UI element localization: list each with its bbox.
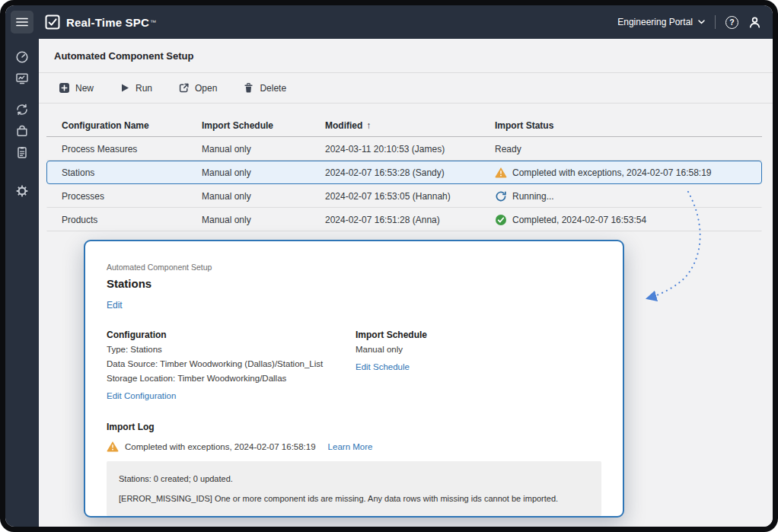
portal-label: Engineering Portal <box>617 17 693 27</box>
sidebar-item-storage[interactable] <box>5 120 39 142</box>
import-schedule: Manual only <box>202 191 325 202</box>
learn-more-link[interactable]: Learn More <box>328 442 373 451</box>
chart-monitor-icon <box>15 72 29 85</box>
screenshot-stage: Real-Time SPC ™ Engineering Portal ? <box>0 0 778 532</box>
modified: 2024-02-07 16:51:28 (Anna) <box>325 215 495 225</box>
user-icon <box>748 16 761 29</box>
modified: 2024-03-11 20:10:53 (James) <box>325 144 495 155</box>
menu-button[interactable] <box>11 11 33 33</box>
app-window: Real-Time SPC ™ Engineering Portal ? <box>5 5 773 527</box>
sort-ascending-icon: ↑ <box>366 120 371 131</box>
sidebar-item-settings[interactable] <box>5 180 39 202</box>
detail-title: Stations <box>107 277 601 290</box>
config-name: Processes <box>62 191 202 202</box>
run-label: Run <box>136 83 152 94</box>
portal-selector[interactable]: Engineering Portal <box>617 17 705 27</box>
new-button[interactable]: New <box>59 82 94 94</box>
gear-icon <box>15 184 29 198</box>
warning-icon <box>495 167 507 178</box>
import-schedule-heading: Import Schedule <box>356 330 427 340</box>
config-data-source: Data Source: Timber Woodworking (Dallas)… <box>107 358 356 369</box>
col-modified[interactable]: Modified↑ <box>325 120 495 131</box>
status-text: Completed with exceptions, 2024-02-07 16… <box>512 167 712 178</box>
import-status: Running... <box>495 190 761 202</box>
import-log-box: Stations: 0 created; 0 updated. [ERROR_M… <box>107 461 601 516</box>
page-title: Automated Component Setup <box>54 50 193 62</box>
log-line: Stations: 0 created; 0 updated. <box>119 474 589 483</box>
app-title: Real-Time SPC <box>66 16 149 29</box>
storage-icon <box>15 124 29 138</box>
col-configuration-name[interactable]: Configuration Name <box>62 120 202 131</box>
warning-icon <box>107 441 119 452</box>
import-schedule: Manual only <box>202 144 325 155</box>
config-type: Type: Stations <box>107 344 356 355</box>
configuration-section: Configuration Type: Stations Data Source… <box>107 330 356 402</box>
help-icon: ? <box>725 16 738 29</box>
status-text: Running... <box>512 191 554 202</box>
config-name: Stations <box>62 167 202 178</box>
sidebar-item-sync[interactable] <box>5 99 39 120</box>
import-status: Completed with exceptions, 2024-02-07 16… <box>495 167 761 178</box>
brand: Real-Time SPC ™ <box>45 14 156 30</box>
window-frame: Real-Time SPC ™ Engineering Portal ? <box>0 0 778 532</box>
topbar: Real-Time SPC ™ Engineering Portal ? <box>5 5 773 39</box>
user-button[interactable] <box>748 16 761 29</box>
run-button[interactable]: Run <box>120 82 152 94</box>
import-status: Completed, 2024-02-07 16:53:54 <box>495 214 761 226</box>
config-storage-location: Storage Location: Timber Woodworking/Dal… <box>107 373 356 384</box>
configuration-heading: Configuration <box>107 330 356 340</box>
chevron-down-icon <box>698 20 705 24</box>
schedule-section: Import Schedule Manual only Edit Schedul… <box>356 330 427 402</box>
toolbar: New Run <box>39 73 773 104</box>
sidebar-item-charts[interactable] <box>5 68 39 89</box>
import-log-status: Completed with exceptions, 2024-02-07 16… <box>107 441 601 452</box>
gauge-icon <box>15 50 29 64</box>
configurations-table: Configuration Name Import Schedule Modif… <box>46 114 762 231</box>
import-schedule: Manual only <box>202 215 325 225</box>
help-button[interactable]: ? <box>725 16 738 29</box>
plus-icon <box>59 82 70 94</box>
detail-columns: Configuration Type: Stations Data Source… <box>107 330 601 402</box>
edit-schedule-link[interactable]: Edit Schedule <box>356 362 410 371</box>
topbar-right: Engineering Portal ? <box>617 15 773 29</box>
trademark: ™ <box>150 19 156 26</box>
sidebar-item-dashboard[interactable] <box>5 46 39 68</box>
topbar-divider <box>715 15 716 29</box>
detail-breadcrumb: Automated Component Setup <box>107 263 601 272</box>
hamburger-icon <box>15 15 29 29</box>
table-row-stations[interactable]: Stations Manual only 2024-02-07 16:53:28… <box>46 161 762 184</box>
col-import-schedule[interactable]: Import Schedule <box>202 120 325 131</box>
edit-configuration-link[interactable]: Edit Configuration <box>107 391 176 400</box>
table-row-processes[interactable]: Processes Manual only 2024-02-07 16:53:0… <box>46 184 762 208</box>
open-button[interactable]: Open <box>178 82 217 94</box>
col-import-status[interactable]: Import Status <box>495 120 762 131</box>
import-log-heading: Import Log <box>107 422 601 432</box>
open-icon <box>178 82 190 94</box>
open-label: Open <box>195 83 217 94</box>
stations-detail-panel: Automated Component Setup Stations Edit … <box>84 240 624 518</box>
delete-button[interactable]: Delete <box>243 82 286 94</box>
menu-zone <box>5 5 39 39</box>
page-header: Automated Component Setup <box>39 39 773 73</box>
log-status-text: Completed with exceptions, 2024-02-07 16… <box>125 442 316 451</box>
sidebar-item-tasks[interactable] <box>5 142 39 163</box>
table-row-products[interactable]: Products Manual only 2024-02-07 16:51:28… <box>46 208 762 231</box>
status-text: Ready <box>495 144 521 155</box>
col-modified-label: Modified <box>325 120 362 131</box>
new-label: New <box>75 83 94 94</box>
modified: 2024-02-07 16:53:28 (Sandy) <box>325 167 495 178</box>
status-text: Completed, 2024-02-07 16:53:54 <box>512 215 646 225</box>
delete-label: Delete <box>260 83 286 94</box>
tasks-icon <box>15 145 29 159</box>
table-row-process-measures[interactable]: Process Measures Manual only 2024-03-11 … <box>46 137 762 161</box>
play-icon <box>120 82 130 94</box>
sync-icon <box>15 103 29 116</box>
table-header-row: Configuration Name Import Schedule Modif… <box>46 114 762 137</box>
config-name: Products <box>62 215 202 225</box>
schedule-value: Manual only <box>356 344 427 355</box>
trash-icon <box>243 82 254 94</box>
success-check-icon <box>495 214 507 226</box>
edit-link[interactable]: Edit <box>107 300 123 311</box>
import-schedule: Manual only <box>202 167 325 178</box>
logo-icon <box>45 14 60 30</box>
